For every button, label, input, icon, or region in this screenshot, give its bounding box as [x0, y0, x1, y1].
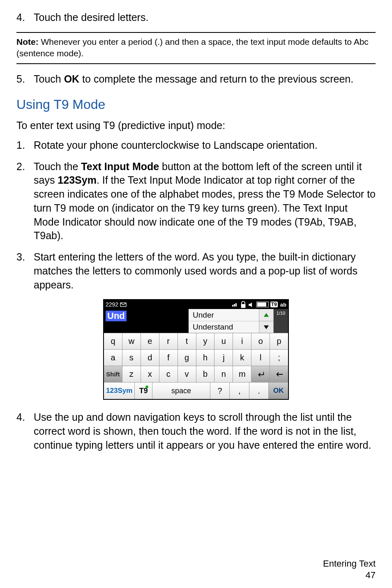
- page-footer: Entering Text 47: [323, 558, 376, 581]
- key-v[interactable]: v: [178, 366, 196, 383]
- step-2b: 2. Touch the Text Input Mode button at t…: [16, 160, 376, 243]
- note-block: Note: Whenever you enter a period (.) an…: [16, 36, 376, 60]
- key-c[interactable]: c: [159, 366, 178, 383]
- key-comma[interactable]: ,: [230, 383, 249, 399]
- key-w[interactable]: w: [122, 333, 141, 350]
- step-4b: 4. Use the up and down navigation keys t…: [16, 410, 376, 452]
- key-n[interactable]: n: [214, 366, 233, 383]
- key-p[interactable]: p: [270, 333, 288, 350]
- text-fragment: to complete the message and return to th…: [79, 73, 353, 85]
- suggestion-item[interactable]: Under: [189, 309, 259, 321]
- status-bar: 2292 T9ab: [104, 300, 288, 309]
- section-intro: To enter text using T9 (predictive input…: [16, 119, 376, 133]
- step-4a: 4. Touch the desired letters.: [16, 11, 376, 25]
- key-d[interactable]: d: [141, 350, 159, 366]
- backspace-icon: [274, 371, 284, 378]
- phone-screenshot: 2292 T9ab Und Under: [103, 299, 289, 400]
- step-text: Touch OK to complete the message and ret…: [34, 72, 376, 86]
- footer-section: Entering Text: [323, 558, 376, 570]
- suggestion-panel: Under Understand 1/10: [189, 309, 288, 333]
- document-page: 4. Touch the desired letters. Note: When…: [0, 0, 392, 588]
- key-j[interactable]: j: [214, 350, 233, 366]
- text-fragment: Touch: [34, 73, 64, 85]
- key-h[interactable]: h: [196, 350, 215, 366]
- step-5a: 5. Touch OK to complete the message and …: [16, 72, 376, 86]
- chevron-down-icon: [264, 325, 269, 329]
- key-a[interactable]: a: [104, 350, 122, 366]
- message-icon: [120, 302, 127, 307]
- key-r[interactable]: r: [159, 333, 178, 350]
- key-l[interactable]: l: [251, 350, 270, 366]
- ok-button[interactable]: OK: [269, 383, 288, 399]
- divider: [16, 32, 376, 33]
- suggestion-count: 1/10: [274, 309, 288, 333]
- step-number: 4.: [16, 11, 34, 25]
- network-icon: [232, 302, 238, 307]
- key-space[interactable]: space: [152, 383, 210, 399]
- step-text: Start entering the letters of the word. …: [34, 250, 376, 292]
- text-input[interactable]: Und: [104, 309, 189, 333]
- key-i[interactable]: i: [233, 333, 251, 350]
- step-text: Rotate your phone counterclockwise to La…: [34, 138, 376, 152]
- step-number: 5.: [16, 72, 34, 86]
- status-time: 2292: [106, 301, 118, 308]
- typed-text: Und: [106, 311, 127, 321]
- text-input-area: Und Under Understand 1/10: [104, 309, 288, 333]
- svg-rect-4: [241, 304, 245, 308]
- key-t[interactable]: t: [178, 333, 196, 350]
- key-backspace[interactable]: [270, 366, 288, 383]
- key-g[interactable]: g: [178, 350, 196, 366]
- svg-rect-1: [232, 305, 233, 307]
- key-semicolon[interactable]: ;: [270, 350, 288, 366]
- text-fragment: Touch the: [34, 161, 81, 172]
- text-bold: Text Input Mode: [81, 161, 159, 172]
- note-label: Note:: [16, 37, 39, 46]
- key-enter[interactable]: [251, 366, 270, 383]
- key-question[interactable]: ?: [210, 383, 230, 399]
- key-k[interactable]: k: [233, 350, 251, 366]
- step-number: 2.: [16, 160, 34, 243]
- key-b[interactable]: b: [196, 366, 215, 383]
- t9-mode-indicator: T9: [270, 302, 278, 307]
- text-bold: OK: [64, 73, 80, 85]
- section-heading: Using T9 Mode: [16, 97, 376, 112]
- text-bold: 123Sym: [58, 174, 97, 186]
- key-y[interactable]: y: [196, 333, 215, 350]
- t9-case-indicator: ab: [280, 302, 286, 308]
- suggestion-item[interactable]: Understand: [189, 321, 259, 333]
- step-1b: 1. Rotate your phone counterclockwise to…: [16, 138, 376, 152]
- step-text: Touch the Text Input Mode button at the …: [34, 160, 376, 243]
- key-m[interactable]: m: [233, 366, 251, 383]
- suggestion-list: Under Understand: [189, 309, 259, 333]
- enter-icon: [256, 371, 265, 378]
- text-input-mode-button[interactable]: 123Sym: [104, 383, 135, 399]
- key-q[interactable]: q: [104, 333, 122, 350]
- step-3b: 3. Start entering the letters of the wor…: [16, 250, 376, 292]
- step-text: Touch the desired letters.: [34, 11, 376, 25]
- key-e[interactable]: e: [141, 333, 159, 350]
- step-number: 1.: [16, 138, 34, 152]
- divider: [16, 63, 376, 64]
- key-x[interactable]: x: [141, 366, 159, 383]
- step-number: 4.: [16, 410, 34, 452]
- svg-rect-2: [234, 304, 235, 307]
- key-f[interactable]: f: [159, 350, 178, 366]
- key-shift[interactable]: Shift: [104, 366, 122, 383]
- note-text: Whenever you enter a period (.) and then…: [16, 37, 369, 58]
- key-o[interactable]: o: [251, 333, 270, 350]
- lock-icon: [240, 302, 247, 307]
- t9-toggle-button[interactable]: T9: [135, 383, 152, 399]
- suggestion-up-button[interactable]: [259, 309, 273, 321]
- battery-icon: [256, 302, 269, 307]
- key-z[interactable]: z: [122, 366, 141, 383]
- t9-active-indicator-icon: [145, 385, 148, 388]
- key-period[interactable]: .: [249, 383, 269, 399]
- speaker-mute-icon: [248, 302, 255, 307]
- key-s[interactable]: s: [122, 350, 141, 366]
- svg-marker-5: [249, 302, 252, 307]
- chevron-up-icon: [264, 313, 269, 317]
- suggestion-down-button[interactable]: [259, 321, 273, 333]
- key-u[interactable]: u: [214, 333, 233, 350]
- svg-rect-3: [235, 303, 237, 307]
- step-text: Use the up and down navigation keys to s…: [34, 410, 376, 452]
